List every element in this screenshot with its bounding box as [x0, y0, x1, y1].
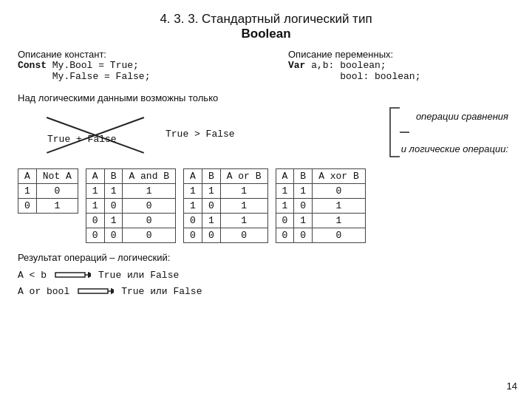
- result-row-2: A or bool True или False: [18, 284, 514, 299]
- or-table: A B A or B 111 101 011 000: [183, 168, 267, 243]
- and-table: A B A and B 111 100 010 000: [86, 168, 176, 243]
- double-arrow-1: [54, 267, 91, 282]
- or-header-a: A: [184, 169, 202, 184]
- and-header-andb: A and B: [123, 169, 176, 184]
- xor-header-a: A: [276, 169, 294, 184]
- title-line1: 4. 3. 3. Стандартный логический тип: [160, 12, 372, 26]
- section-label: Над логическими данными возможны только: [18, 92, 514, 103]
- visual-section: True + False True > False операции сравн…: [18, 106, 514, 158]
- strikethrough-box: True + False: [40, 121, 151, 148]
- page: 4. 3. 3. Стандартный логический тип Bool…: [0, 0, 532, 399]
- variables-label: Описание переменных:: [288, 49, 514, 60]
- variables-code: Var a,b: boolean; bool: boolean;: [288, 60, 514, 82]
- not-header-a: A: [18, 169, 37, 184]
- xor-table: A B A xor B 110 101 011 000: [276, 168, 366, 243]
- not-table: A Not A 1 0 0 1: [18, 168, 78, 214]
- result2-left: A or bool: [18, 286, 69, 297]
- not-row1-val: 0: [36, 184, 78, 199]
- not-row1-a: 1: [18, 184, 37, 199]
- strike-text: True + False: [47, 134, 117, 145]
- comparison-ops-label: операции сравнения: [416, 111, 508, 122]
- tables-section: A Not A 1 0 0 1 A B A and B 111 10: [18, 168, 514, 243]
- logical-ops-label: и логические операции:: [401, 143, 508, 154]
- result2-right: True или False: [121, 286, 202, 297]
- or-header-b: B: [202, 169, 220, 184]
- svg-rect-3: [78, 289, 108, 293]
- result-section: Результат операций – логический: A < b T…: [18, 252, 514, 299]
- not-row2-a: 0: [18, 199, 37, 214]
- result-row-1: A < b True или False: [18, 267, 514, 282]
- not-header-nota: Not A: [36, 169, 78, 184]
- variables-col: Описание переменных: Var a,b: boolean; b…: [244, 49, 514, 82]
- title-line2: Boolean: [241, 27, 290, 41]
- result-label: Результат операций – логический:: [18, 252, 514, 263]
- and-header-a: A: [86, 169, 104, 184]
- description-section: Описание констант: Const My.Bool = True;…: [18, 49, 514, 82]
- double-arrow-2: [77, 284, 114, 299]
- constants-label: Описание констант:: [18, 49, 244, 60]
- result1-left: A < b: [18, 270, 47, 281]
- constants-col: Описание констант: Const My.Bool = True;…: [18, 49, 244, 82]
- slide-title: 4. 3. 3. Стандартный логический тип Bool…: [18, 12, 514, 41]
- xor-header-axorb: A xor B: [313, 169, 366, 184]
- not-row2-val: 1: [36, 199, 78, 214]
- and-header-b: B: [104, 169, 123, 184]
- page-number: 14: [507, 381, 517, 392]
- svg-rect-1: [55, 273, 85, 277]
- true-greater-text: True > False: [166, 129, 235, 140]
- xor-header-b: B: [294, 169, 313, 184]
- result1-right: True или False: [98, 270, 179, 281]
- constants-code: Const My.Bool = True; My.False = False;: [18, 60, 244, 82]
- or-header-aorb: A or B: [220, 169, 267, 184]
